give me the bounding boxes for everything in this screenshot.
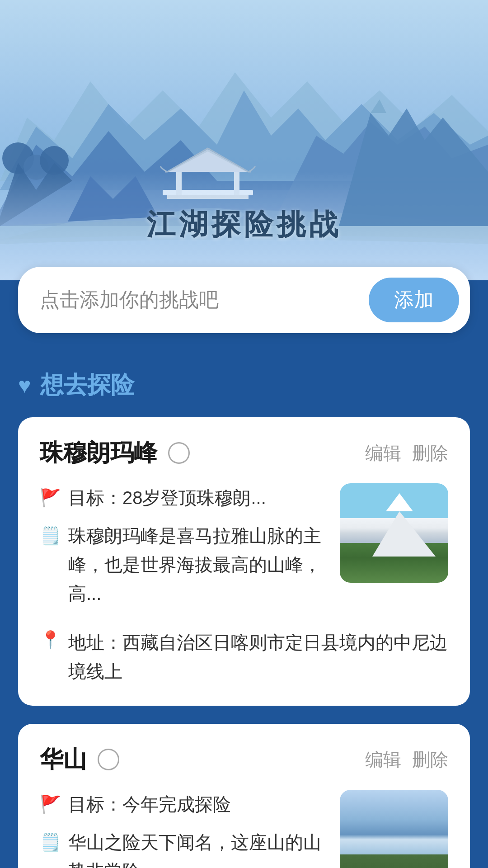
intro-text-huashan: 华山之险天下闻名，这座山的山势非常险... bbox=[68, 828, 325, 868]
challenge-card-everest: 珠穆朗玛峰 编辑 删除 🚩 目标：28岁登顶珠穆朗... 🗒️ bbox=[18, 417, 470, 706]
delete-button-everest[interactable]: 删除 bbox=[412, 441, 448, 466]
card-title-area-everest: 珠穆朗玛峰 bbox=[40, 437, 190, 469]
edit-button-everest[interactable]: 编辑 bbox=[365, 441, 401, 466]
card-image-huashan bbox=[340, 790, 448, 868]
everest-illustration bbox=[340, 483, 448, 583]
section-title: 想去探险 bbox=[40, 369, 134, 401]
goal-icon-huashan: 🚩 bbox=[40, 792, 61, 817]
hero-title-overlay: 江湖探险挑战 bbox=[146, 205, 342, 244]
card-checkbox-huashan[interactable] bbox=[98, 749, 119, 770]
heart-icon: ♥ bbox=[18, 373, 31, 398]
card-title-area-huashan: 华山 bbox=[40, 744, 119, 775]
goal-row-everest: 🚩 目标：28岁登顶珠穆朗... bbox=[40, 483, 325, 512]
intro-row-everest: 🗒️ 珠穆朗玛峰是喜马拉雅山脉的主峰，也是世界海拔最高的山峰，高... bbox=[40, 521, 325, 608]
intro-row-huashan: 🗒️ 华山之险天下闻名，这座山的山势非常险... bbox=[40, 828, 325, 868]
card-header-huashan: 华山 编辑 删除 bbox=[40, 744, 448, 775]
huashan-illustration bbox=[340, 790, 448, 868]
card-actions-everest: 编辑 删除 bbox=[365, 441, 448, 466]
delete-button-huashan[interactable]: 删除 bbox=[412, 747, 448, 772]
section-header: ♥ 想去探险 bbox=[18, 369, 470, 401]
address-text-everest: 地址：西藏自治区日喀则市定日县境内的中尼边境线上 bbox=[68, 628, 448, 686]
main-content: 点击添加你的挑战吧 添加 ♥ 想去探险 珠穆朗玛峰 编辑 删除 🚩 bbox=[0, 280, 488, 868]
card-info-huashan: 🚩 目标：今年完成探险 🗒️ 华山之险天下闻名，这座山的山势非常险... bbox=[40, 790, 325, 868]
goal-text-huashan: 目标：今年完成探险 bbox=[68, 790, 231, 819]
address-row-everest: 📍 地址：西藏自治区日喀则市定日县境内的中尼边境线上 bbox=[40, 628, 448, 686]
hero-banner: 江湖探险挑战 bbox=[0, 0, 488, 280]
edit-button-huashan[interactable]: 编辑 bbox=[365, 747, 401, 772]
svg-point-3 bbox=[40, 146, 69, 175]
card-actions-huashan: 编辑 删除 bbox=[365, 747, 448, 772]
add-bar-placeholder[interactable]: 点击添加你的挑战吧 bbox=[40, 287, 369, 313]
hero-title: 江湖探险挑战 bbox=[146, 205, 342, 244]
intro-text-everest: 珠穆朗玛峰是喜马拉雅山脉的主峰，也是世界海拔最高的山峰，高... bbox=[68, 521, 325, 608]
intro-icon-everest: 🗒️ bbox=[40, 523, 61, 549]
add-button[interactable]: 添加 bbox=[369, 278, 459, 322]
card-body-everest: 🚩 目标：28岁登顶珠穆朗... 🗒️ 珠穆朗玛峰是喜马拉雅山脉的主峰，也是世界… bbox=[40, 483, 448, 617]
goal-text-everest: 目标：28岁登顶珠穆朗... bbox=[68, 483, 266, 512]
intro-icon-huashan: 🗒️ bbox=[40, 830, 61, 855]
card-title-huashan: 华山 bbox=[40, 744, 87, 775]
challenge-card-huashan: 华山 编辑 删除 🚩 目标：今年完成探险 🗒️ 华 bbox=[18, 724, 470, 868]
everest-peak bbox=[372, 511, 436, 557]
goal-icon-everest: 🚩 bbox=[40, 485, 61, 511]
card-info-everest: 🚩 目标：28岁登顶珠穆朗... 🗒️ 珠穆朗玛峰是喜马拉雅山脉的主峰，也是世界… bbox=[40, 483, 325, 617]
card-body-huashan: 🚩 目标：今年完成探险 🗒️ 华山之险天下闻名，这座山的山势非常险... bbox=[40, 790, 448, 868]
card-image-everest bbox=[340, 483, 448, 583]
card-header-everest: 珠穆朗玛峰 编辑 删除 bbox=[40, 437, 448, 469]
card-checkbox-everest[interactable] bbox=[168, 442, 190, 464]
address-icon-everest: 📍 bbox=[40, 630, 61, 650]
add-challenge-bar: 点击添加你的挑战吧 添加 bbox=[18, 267, 470, 333]
goal-row-huashan: 🚩 目标：今年完成探险 bbox=[40, 790, 325, 819]
card-title-everest: 珠穆朗玛峰 bbox=[40, 437, 157, 469]
